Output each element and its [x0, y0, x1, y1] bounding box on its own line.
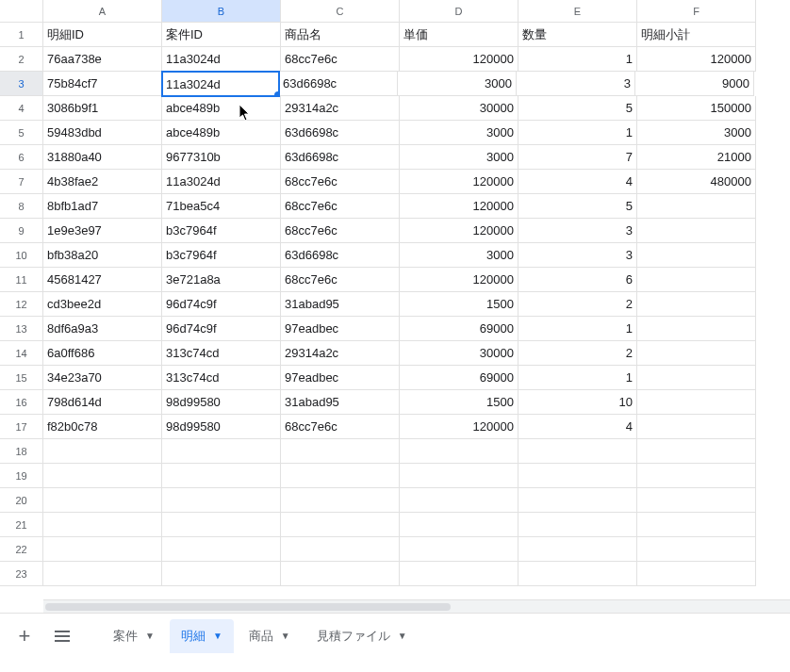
cell-C17[interactable]: 68cc7e6c: [281, 415, 400, 439]
cell-A21[interactable]: [43, 513, 162, 537]
cell-B19[interactable]: [162, 464, 281, 488]
cell-A13[interactable]: 8df6a9a3: [43, 317, 162, 341]
cell-A6[interactable]: 31880a40: [43, 145, 162, 170]
cell-D9[interactable]: 120000: [400, 219, 518, 243]
cell-D20[interactable]: [400, 488, 518, 513]
cell-C11[interactable]: 68cc7e6c: [281, 268, 400, 292]
cell-A17[interactable]: f82b0c78: [43, 415, 162, 439]
column-header-F[interactable]: F: [637, 0, 756, 23]
row-header[interactable]: 16: [0, 390, 43, 415]
cell-D19[interactable]: [400, 464, 518, 488]
cell-A11[interactable]: 45681427: [43, 268, 162, 292]
cell-B23[interactable]: [162, 562, 281, 586]
cell-C12[interactable]: 31abad95: [281, 292, 400, 317]
cell-C6[interactable]: 63d6698c: [281, 145, 400, 170]
row-header[interactable]: 20: [0, 488, 43, 513]
cell-A22[interactable]: [43, 537, 162, 562]
cell-E17[interactable]: 4: [518, 415, 637, 439]
chevron-down-icon[interactable]: ▼: [145, 631, 155, 641]
cell-D2[interactable]: 120000: [400, 47, 518, 72]
row-header[interactable]: 8: [0, 194, 43, 219]
cell-E7[interactable]: 4: [518, 170, 637, 194]
cell-E12[interactable]: 2: [518, 292, 637, 317]
cell-A12[interactable]: cd3bee2d: [43, 292, 162, 317]
sheet-tab-案件[interactable]: 案件▼: [102, 619, 166, 653]
cell-C19[interactable]: [281, 464, 400, 488]
cell-C21[interactable]: [281, 513, 400, 537]
cell-E16[interactable]: 10: [518, 390, 637, 415]
cell-A7[interactable]: 4b38fae2: [43, 170, 162, 194]
row-header[interactable]: 10: [0, 243, 43, 268]
cell-E20[interactable]: [518, 488, 637, 513]
cell-B9[interactable]: b3c7964f: [162, 219, 281, 243]
select-all-corner[interactable]: [0, 0, 43, 23]
row-header[interactable]: 1: [0, 23, 43, 47]
cell-C15[interactable]: 97eadbec: [281, 366, 400, 390]
selection-handle[interactable]: [274, 91, 280, 97]
cell-F9[interactable]: [637, 219, 756, 243]
row-header[interactable]: 9: [0, 219, 43, 243]
cell-C14[interactable]: 29314a2c: [281, 341, 400, 366]
column-header-D[interactable]: D: [400, 0, 518, 23]
cell-C8[interactable]: 68cc7e6c: [281, 194, 400, 219]
cell-C16[interactable]: 31abad95: [281, 390, 400, 415]
cell-D22[interactable]: [400, 537, 518, 562]
cell-A20[interactable]: [43, 488, 162, 513]
cell-A9[interactable]: 1e9e3e97: [43, 219, 162, 243]
row-header[interactable]: 18: [0, 439, 43, 464]
cell-A14[interactable]: 6a0ff686: [43, 341, 162, 366]
cell-B7[interactable]: 11a3024d: [162, 170, 281, 194]
cell-E4[interactable]: 5: [518, 96, 637, 121]
cell-F19[interactable]: [637, 464, 756, 488]
cell-F3[interactable]: 9000: [635, 72, 754, 96]
cell-B2[interactable]: 11a3024d: [162, 47, 281, 72]
cell-D16[interactable]: 1500: [400, 390, 518, 415]
cell-A4[interactable]: 3086b9f1: [43, 96, 162, 121]
cell-E15[interactable]: 1: [518, 366, 637, 390]
row-header[interactable]: 6: [0, 145, 43, 170]
cell-A2[interactable]: 76aa738e: [43, 47, 162, 72]
chevron-down-icon[interactable]: ▼: [281, 631, 290, 641]
cell-E11[interactable]: 6: [518, 268, 637, 292]
cell-A18[interactable]: [43, 439, 162, 464]
row-header[interactable]: 11: [0, 268, 43, 292]
cell-F15[interactable]: [637, 366, 756, 390]
cell-D17[interactable]: 120000: [400, 415, 518, 439]
cell-C23[interactable]: [281, 562, 400, 586]
cell-F13[interactable]: [637, 317, 756, 341]
cell-D3[interactable]: 3000: [398, 72, 517, 96]
cell-D15[interactable]: 69000: [400, 366, 518, 390]
row-header[interactable]: 2: [0, 47, 43, 72]
cell-C9[interactable]: 68cc7e6c: [281, 219, 400, 243]
cell-C13[interactable]: 97eadbec: [281, 317, 400, 341]
cell-B11[interactable]: 3e721a8a: [162, 268, 281, 292]
cell-D11[interactable]: 120000: [400, 268, 518, 292]
cell-E1[interactable]: 数量: [518, 23, 637, 47]
cell-B4[interactable]: abce489b: [162, 96, 281, 121]
cell-B22[interactable]: [162, 537, 281, 562]
chevron-down-icon[interactable]: ▼: [398, 631, 407, 641]
cell-F18[interactable]: [637, 439, 756, 464]
column-header-E[interactable]: E: [518, 0, 637, 23]
cell-E5[interactable]: 1: [518, 121, 637, 145]
horizontal-scrollbar[interactable]: [43, 599, 790, 613]
cell-F14[interactable]: [637, 341, 756, 366]
row-header[interactable]: 3: [0, 72, 43, 96]
cell-F7[interactable]: 480000: [637, 170, 756, 194]
cell-B10[interactable]: b3c7964f: [162, 243, 281, 268]
cell-E19[interactable]: [518, 464, 637, 488]
cell-B12[interactable]: 96d74c9f: [162, 292, 281, 317]
row-header[interactable]: 13: [0, 317, 43, 341]
cell-D4[interactable]: 30000: [400, 96, 518, 121]
sheet-tab-商品[interactable]: 商品▼: [238, 619, 302, 653]
cell-F16[interactable]: [637, 390, 756, 415]
cell-F22[interactable]: [637, 537, 756, 562]
cell-F4[interactable]: 150000: [637, 96, 756, 121]
scrollbar-thumb[interactable]: [45, 603, 451, 611]
cell-D8[interactable]: 120000: [400, 194, 518, 219]
cell-A1[interactable]: 明細ID: [43, 23, 162, 47]
cell-F5[interactable]: 3000: [637, 121, 756, 145]
cell-E22[interactable]: [518, 537, 637, 562]
sheet-tab-明細[interactable]: 明細▼: [170, 619, 234, 653]
cell-C22[interactable]: [281, 537, 400, 562]
